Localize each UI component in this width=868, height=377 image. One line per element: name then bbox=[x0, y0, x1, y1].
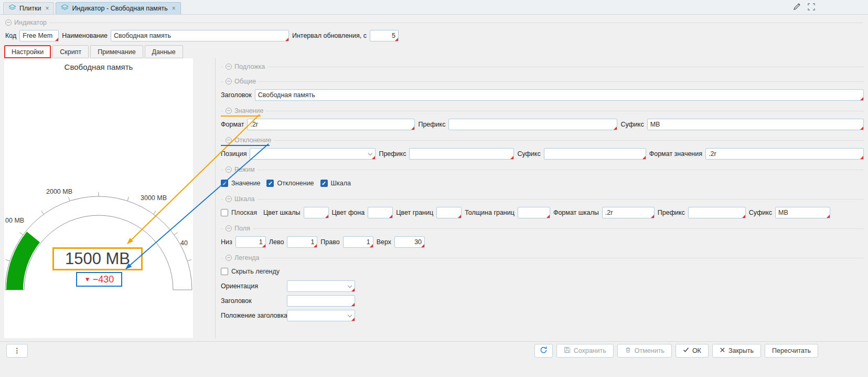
background-section-header: Подложка bbox=[221, 61, 864, 72]
collapse-icon[interactable] bbox=[226, 78, 232, 85]
legend-title-position-row: Положение заголовка bbox=[221, 309, 864, 322]
close-button[interactable]: Закрыть bbox=[712, 344, 761, 358]
mode-section-header: Режим bbox=[221, 164, 864, 175]
value-format-input[interactable] bbox=[247, 119, 415, 130]
legend-hide-row: Скрыть легенду bbox=[221, 265, 864, 278]
legend-orientation-select[interactable] bbox=[287, 280, 355, 292]
close-icon[interactable]: × bbox=[172, 5, 176, 12]
close-icon[interactable]: × bbox=[45, 5, 49, 12]
field-label: Формат значения bbox=[649, 150, 702, 158]
collapse-icon[interactable] bbox=[226, 196, 232, 202]
field-label: Лево bbox=[269, 238, 284, 246]
scale-suffix-input[interactable] bbox=[775, 207, 830, 218]
scale-border-width-input[interactable] bbox=[518, 207, 550, 218]
layers-icon bbox=[61, 4, 69, 13]
code-input[interactable] bbox=[19, 30, 59, 41]
layers-icon bbox=[8, 4, 16, 13]
interval-label: Интервал обновления, с bbox=[292, 32, 367, 39]
field-label: Положение заголовка bbox=[221, 312, 284, 319]
field-label: Верх bbox=[377, 238, 391, 246]
gauge-chart: 2000 МВ 3000 МВ 00 МВ 40 bbox=[4, 58, 193, 338]
field-label: Префикс bbox=[658, 209, 685, 216]
legend-section-header: Легенда bbox=[221, 253, 864, 263]
gauge-green-arc bbox=[6, 232, 40, 290]
legend-title-input[interactable] bbox=[287, 295, 355, 307]
refresh-button[interactable] bbox=[534, 344, 553, 358]
doc-tab-label: Плитки bbox=[19, 5, 41, 12]
gauge-value: 1500 МВ bbox=[52, 247, 143, 270]
deviation-row: Позиция Префикс Суфикс Формат значения bbox=[221, 148, 864, 160]
value-suffix-input[interactable] bbox=[647, 119, 864, 130]
tab-tiles[interactable]: Плитки × bbox=[3, 2, 54, 14]
scale-label: 3000 МВ bbox=[141, 194, 167, 202]
scale-section-header: Шкала bbox=[221, 194, 864, 204]
collapse-icon[interactable] bbox=[226, 225, 232, 232]
collapse-icon[interactable] bbox=[226, 64, 232, 70]
legend-title-position-select[interactable] bbox=[287, 310, 355, 321]
field-label: Цвет шкалы bbox=[263, 209, 300, 216]
refresh-icon bbox=[540, 346, 548, 355]
field-label: Право bbox=[320, 238, 339, 246]
tab-settings[interactable]: Настройки bbox=[4, 45, 51, 58]
deviation-suffix-input[interactable] bbox=[544, 148, 646, 160]
tab-indicator-free-memory[interactable]: Индикатор - Свободная память × bbox=[56, 2, 180, 14]
title-input[interactable] bbox=[255, 89, 864, 101]
cancel-button[interactable]: Отменить bbox=[617, 344, 672, 358]
ok-button[interactable]: ОК bbox=[676, 344, 709, 358]
mode-scale-checkbox[interactable] bbox=[320, 180, 328, 187]
field-label: Заголовок bbox=[221, 297, 284, 305]
scale-label: 40 bbox=[180, 239, 188, 247]
scale-row: Плоская Цвет шкалы Цвет фона Цвет границ… bbox=[221, 206, 864, 219]
general-section-header: Общие bbox=[221, 76, 864, 87]
tab-script[interactable]: Скрипт bbox=[52, 45, 89, 58]
collapse-icon[interactable] bbox=[226, 137, 232, 143]
check-icon bbox=[683, 347, 689, 354]
interval-input[interactable] bbox=[370, 30, 399, 41]
mode-row: Значение Отклонение Шкала bbox=[221, 177, 864, 190]
field-label: Префикс bbox=[418, 121, 445, 128]
name-input[interactable] bbox=[111, 30, 289, 41]
margin-top-input[interactable] bbox=[394, 236, 425, 248]
mode-value-checkbox[interactable] bbox=[221, 180, 228, 187]
deviation-position-select[interactable] bbox=[250, 148, 376, 160]
deviation-section-header: Отклонение bbox=[221, 135, 864, 145]
recalculate-button[interactable]: Пересчитать bbox=[765, 344, 818, 358]
margin-bottom-input[interactable] bbox=[235, 236, 266, 248]
tab-data[interactable]: Данные bbox=[145, 45, 183, 58]
field-label: Суфикс bbox=[517, 150, 540, 158]
margin-left-input[interactable] bbox=[287, 236, 317, 248]
checkbox-label: Скрыть легенду bbox=[231, 268, 280, 275]
mode-deviation-checkbox[interactable] bbox=[266, 180, 274, 187]
scale-border-color-input[interactable] bbox=[436, 207, 462, 218]
deviation-format-input[interactable] bbox=[705, 148, 864, 160]
edit-icon[interactable] bbox=[792, 3, 801, 13]
settings-panel: Подложка Общие Заголовок Значение Формат… bbox=[216, 58, 868, 324]
save-button[interactable]: Сохранить bbox=[556, 344, 614, 358]
value-section-header: Значение bbox=[221, 106, 864, 116]
scale-flat-checkbox[interactable] bbox=[221, 209, 228, 216]
deviation-prefix-input[interactable] bbox=[409, 148, 514, 160]
margin-right-input[interactable] bbox=[343, 236, 373, 248]
collapse-icon[interactable] bbox=[226, 108, 232, 114]
scale-format-input[interactable] bbox=[602, 207, 655, 218]
legend-title-row: Заголовок bbox=[221, 295, 864, 307]
legend-hide-checkbox[interactable] bbox=[221, 268, 228, 275]
document-tab-bar: Плитки × Индикатор - Свободная память × bbox=[0, 0, 868, 15]
tab-note[interactable]: Примечание bbox=[90, 45, 143, 58]
scale-label: 2000 МВ bbox=[46, 188, 72, 195]
value-prefix-input[interactable] bbox=[448, 119, 617, 130]
save-icon bbox=[564, 347, 571, 355]
field-label: Толщина границ bbox=[465, 209, 515, 216]
collapse-icon[interactable] bbox=[226, 166, 232, 173]
more-button[interactable]: ⋮ bbox=[6, 344, 28, 358]
legend-orientation-row: Ориентация bbox=[221, 280, 864, 292]
margins-section-header: Поля bbox=[221, 223, 864, 234]
fullscreen-icon[interactable] bbox=[807, 3, 816, 13]
collapse-icon[interactable] bbox=[5, 19, 12, 26]
collapse-icon[interactable] bbox=[226, 255, 232, 261]
scale-bg-color-input[interactable] bbox=[368, 207, 393, 218]
scale-color-input[interactable] bbox=[304, 207, 329, 218]
scale-prefix-input[interactable] bbox=[688, 207, 746, 218]
field-label: Заголовок bbox=[221, 91, 252, 99]
margins-row: Низ Лево Право Верх bbox=[221, 236, 864, 248]
